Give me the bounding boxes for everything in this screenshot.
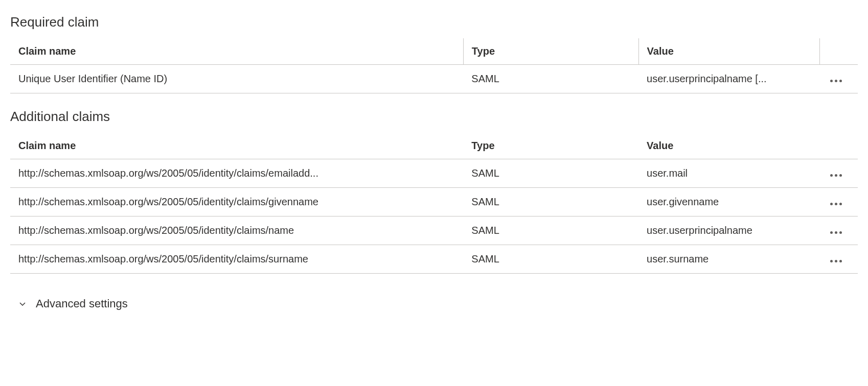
- required-header-type: Type: [463, 38, 638, 65]
- claim-value-cell: user.mail: [638, 159, 820, 188]
- required-claims-table: Claim name Type Value Unique User Identi…: [10, 38, 858, 93]
- required-header-actions: [820, 38, 858, 65]
- required-header-name: Claim name: [10, 38, 463, 65]
- advanced-settings-toggle[interactable]: Advanced settings: [10, 289, 858, 319]
- claim-type-cell: SAML: [463, 188, 638, 216]
- claim-name-cell: http://schemas.xmlsoap.org/ws/2005/05/id…: [10, 216, 463, 245]
- more-actions-icon[interactable]: [828, 201, 844, 207]
- additional-claims-title: Additional claims: [10, 109, 858, 125]
- claim-value-cell: user.userprincipalname [...: [638, 65, 820, 93]
- claim-type-cell: SAML: [463, 65, 638, 93]
- additional-header-actions: [820, 133, 858, 159]
- claim-name-cell: Unique User Identifier (Name ID): [10, 65, 463, 93]
- additional-header-value: Value: [638, 133, 820, 159]
- additional-header-name: Claim name: [10, 133, 463, 159]
- table-row[interactable]: http://schemas.xmlsoap.org/ws/2005/05/id…: [10, 159, 858, 188]
- additional-claims-table: Claim name Type Value http://schemas.xml…: [10, 133, 858, 274]
- advanced-settings-label: Advanced settings: [36, 297, 128, 310]
- table-row[interactable]: http://schemas.xmlsoap.org/ws/2005/05/id…: [10, 216, 858, 245]
- chevron-down-icon: [18, 300, 27, 308]
- required-header-value: Value: [638, 38, 820, 65]
- claim-value-cell: user.givenname: [638, 188, 820, 216]
- claim-type-cell: SAML: [463, 245, 638, 274]
- claim-name-cell: http://schemas.xmlsoap.org/ws/2005/05/id…: [10, 245, 463, 274]
- table-row[interactable]: Unique User Identifier (Name ID) SAML us…: [10, 65, 858, 93]
- claim-value-cell: user.userprincipalname: [638, 216, 820, 245]
- table-row[interactable]: http://schemas.xmlsoap.org/ws/2005/05/id…: [10, 188, 858, 216]
- additional-header-type: Type: [463, 133, 638, 159]
- claim-name-cell: http://schemas.xmlsoap.org/ws/2005/05/id…: [10, 188, 463, 216]
- more-actions-icon[interactable]: [828, 229, 844, 236]
- required-claim-title: Required claim: [10, 14, 858, 30]
- more-actions-icon[interactable]: [828, 258, 844, 264]
- claim-type-cell: SAML: [463, 159, 638, 188]
- claim-type-cell: SAML: [463, 216, 638, 245]
- table-row[interactable]: http://schemas.xmlsoap.org/ws/2005/05/id…: [10, 245, 858, 274]
- claim-name-cell: http://schemas.xmlsoap.org/ws/2005/05/id…: [10, 159, 463, 188]
- more-actions-icon[interactable]: [828, 78, 844, 84]
- claim-value-cell: user.surname: [638, 245, 820, 274]
- more-actions-icon[interactable]: [828, 172, 844, 179]
